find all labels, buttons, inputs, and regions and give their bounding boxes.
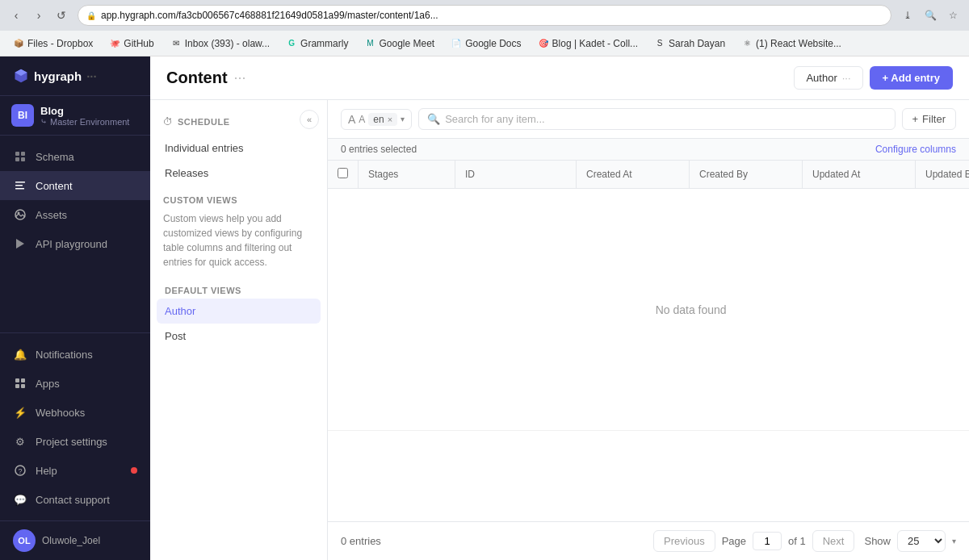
workspace-selector[interactable]: BI Blog ⤷ Master Environment xyxy=(0,96,150,136)
created-at-header-label: Created At xyxy=(586,169,632,180)
notifications-label: Notifications xyxy=(36,349,93,361)
help-notification-dot xyxy=(131,467,137,474)
bookmark-github[interactable]: 🐙 GitHub xyxy=(103,34,160,53)
stages-column-header: Stages xyxy=(359,161,455,189)
sidebar-navigation: Schema Content Assets API playground xyxy=(0,136,150,332)
svg-marker-9 xyxy=(16,239,24,249)
schedule-items: Individual entries Releases xyxy=(150,136,327,186)
locale-selector[interactable]: A A en × ▾ xyxy=(341,109,412,130)
apps-icon xyxy=(13,376,27,391)
add-entry-label: + Add entry xyxy=(883,72,940,84)
bookmark-react[interactable]: ⚛ (1) React Website... xyxy=(735,34,848,53)
sidebar-item-content[interactable]: Content xyxy=(0,171,150,200)
bookmark-inbox[interactable]: ✉ Inbox (393) - olaw... xyxy=(164,34,276,53)
bookmark-grammarly[interactable]: G Grammarly xyxy=(279,34,354,53)
individual-entries-item[interactable]: Individual entries xyxy=(157,136,321,161)
entries-info-row: 0 entries selected Configure columns xyxy=(328,139,969,161)
workspace-badge: BI xyxy=(11,104,34,127)
grammarly-icon: G xyxy=(286,38,297,49)
download-icon[interactable]: ⤓ xyxy=(898,6,917,25)
bookmark-dropbox[interactable]: 📦 Files - Dropbox xyxy=(6,34,99,53)
configure-columns-button[interactable]: Configure columns xyxy=(875,144,956,155)
custom-views-section: CUSTOM VIEWS Custom views help you add c… xyxy=(150,186,327,279)
schedule-label: SCHEDULE xyxy=(178,117,230,127)
svg-rect-6 xyxy=(15,188,24,190)
author-view-item[interactable]: Author xyxy=(157,299,321,324)
filter-button[interactable]: + Filter xyxy=(902,108,956,130)
bookmark-react-label: (1) React Website... xyxy=(756,38,841,49)
table-footer: 0 entries Previous Page of 1 Next Show 2… xyxy=(328,521,969,560)
browser-action-buttons: ⤓ 🔍 ☆ xyxy=(898,6,963,25)
sidebar-item-help[interactable]: ? Help xyxy=(0,456,150,485)
sidebar-item-webhooks[interactable]: ⚡ Webhooks xyxy=(0,398,150,427)
previous-page-button[interactable]: Previous xyxy=(653,530,715,552)
webhooks-icon: ⚡ xyxy=(13,405,27,420)
content-toolbar: A A en × ▾ 🔍 + Filter xyxy=(328,100,969,139)
author-tab-button[interactable]: Author ··· xyxy=(794,66,862,90)
search-input[interactable] xyxy=(445,113,886,125)
right-panel: A A en × ▾ 🔍 + Filter xyxy=(328,100,969,560)
search-icon[interactable]: 🔍 xyxy=(921,6,940,25)
updated-by-header-label: Updated By xyxy=(925,169,969,180)
dropbox-icon: 📦 xyxy=(13,38,24,49)
env-label: Master Environment xyxy=(50,117,129,127)
bookmark-sarah[interactable]: S Sarah Dayan xyxy=(648,34,732,53)
bookmark-meet[interactable]: M Google Meet xyxy=(358,34,441,53)
user-profile[interactable]: OL Oluwole_Joel xyxy=(0,520,150,560)
bookmark-docs[interactable]: 📄 Google Docs xyxy=(444,34,527,53)
updated-at-header-label: Updated At xyxy=(812,169,860,180)
bookmark-blog-label: Blog | Kadet - Coll... xyxy=(552,38,639,49)
sidebar-item-notifications[interactable]: 🔔 Notifications xyxy=(0,340,150,369)
rows-per-page-select[interactable]: 25 50 100 xyxy=(897,530,946,552)
select-all-checkbox[interactable] xyxy=(338,168,348,178)
sidebar-item-contact-support[interactable]: 💬 Contact support xyxy=(0,485,150,514)
page-number-input[interactable] xyxy=(753,532,782,550)
forward-button[interactable]: › xyxy=(29,6,48,25)
react-icon: ⚛ xyxy=(741,38,753,49)
locale-tag: en × xyxy=(368,113,397,126)
bookmark-grammarly-label: Grammarly xyxy=(300,38,348,49)
translate-icon-sub: A xyxy=(359,114,365,125)
locale-remove-button[interactable]: × xyxy=(388,115,392,124)
content-title-menu-icon[interactable]: ··· xyxy=(234,69,246,86)
reload-button[interactable]: ↺ xyxy=(52,6,71,25)
address-bar[interactable]: 🔒 app.hygraph.com/fa3cb006567c468881f216… xyxy=(78,5,891,26)
sidebar-item-project-settings[interactable]: ⚙ Project settings xyxy=(0,427,150,456)
back-button[interactable]: ‹ xyxy=(6,6,26,25)
select-all-header xyxy=(328,161,359,189)
hygraph-logo-dots: ··· xyxy=(86,69,97,83)
pagination: Previous Page of 1 Next xyxy=(653,530,854,552)
sidebar: hygraph ··· BI Blog ⤷ Master Environment… xyxy=(0,56,150,560)
api-playground-label: API playground xyxy=(36,238,107,250)
post-view-item[interactable]: Post xyxy=(157,324,321,349)
sidebar-item-api-playground[interactable]: API playground xyxy=(0,229,150,258)
custom-views-description: Custom views help you add customized vie… xyxy=(163,211,314,270)
clock-icon: ⏱ xyxy=(163,116,173,127)
sidebar-item-apps[interactable]: Apps xyxy=(0,369,150,398)
sidebar-item-assets[interactable]: Assets xyxy=(0,200,150,229)
bookmarks-bar: 📦 Files - Dropbox 🐙 GitHub ✉ Inbox (393)… xyxy=(0,31,969,56)
bookmark-blog[interactable]: 🎯 Blog | Kadet - Coll... xyxy=(531,34,645,53)
collapse-panel-button[interactable]: « xyxy=(300,110,319,129)
default-views-title: DEFAULT VIEWS xyxy=(157,279,321,299)
created-by-column-header: Created By xyxy=(690,161,803,189)
bookmark-dropbox-label: Files - Dropbox xyxy=(27,38,93,49)
next-page-button[interactable]: Next xyxy=(812,530,855,552)
sidebar-item-schema[interactable]: Schema xyxy=(0,142,150,171)
releases-item[interactable]: Releases xyxy=(157,161,321,186)
created-at-column-header: Created At xyxy=(577,161,690,189)
id-header-label: ID xyxy=(465,169,475,180)
translate-icon: A xyxy=(348,113,355,126)
hygraph-logo-text: hygraph xyxy=(34,69,82,83)
add-entry-button[interactable]: + Add entry xyxy=(870,66,953,90)
schema-label: Schema xyxy=(36,151,74,163)
svg-rect-11 xyxy=(21,378,25,382)
created-by-header-label: Created By xyxy=(699,169,748,180)
user-name: Oluwole_Joel xyxy=(42,535,100,546)
hygraph-logo[interactable]: hygraph ··· xyxy=(13,68,97,84)
help-icon: ? xyxy=(13,463,27,478)
svg-rect-13 xyxy=(21,384,25,388)
workspace-name: Blog xyxy=(40,105,129,117)
bookmark-icon[interactable]: ☆ xyxy=(943,6,963,25)
api-playground-icon xyxy=(13,236,27,251)
